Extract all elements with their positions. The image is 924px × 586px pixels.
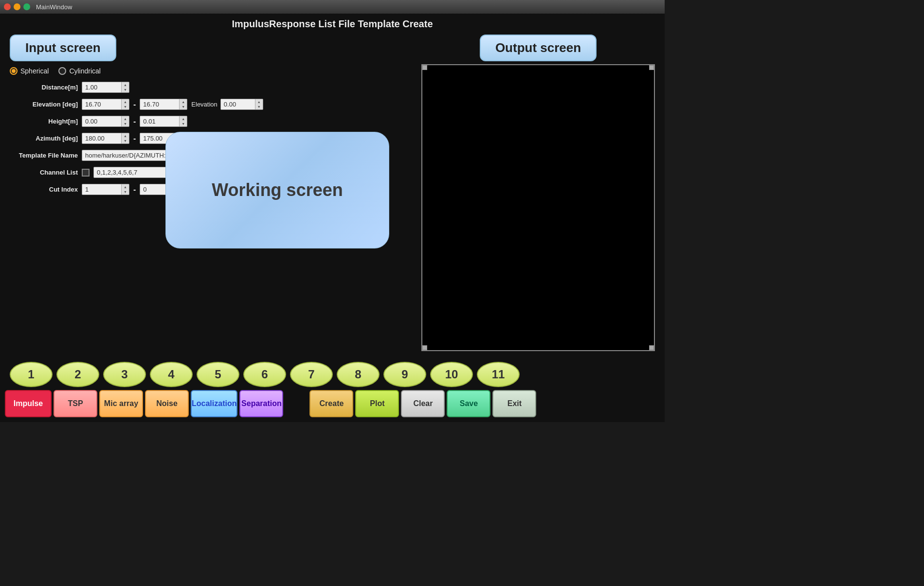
height-dash: - xyxy=(133,117,136,126)
num-button-3[interactable]: 3 xyxy=(103,362,146,387)
azimuth-from-input[interactable] xyxy=(82,133,121,143)
azimuth-from-spinner[interactable]: ▲ ▼ xyxy=(82,133,129,144)
num-button-5[interactable]: 5 xyxy=(197,362,239,387)
number-row: 1 2 3 4 5 6 7 8 9 10 11 xyxy=(5,362,660,387)
right-panel: Output screen xyxy=(421,35,655,351)
height-to-spinner[interactable]: ▲ ▼ xyxy=(140,116,187,127)
close-button[interactable] xyxy=(4,3,11,10)
elevation-right-up-button[interactable]: ▲ xyxy=(255,99,263,105)
elevation-from-up-button[interactable]: ▲ xyxy=(121,99,129,105)
separation-button[interactable]: Separation xyxy=(239,390,283,417)
distance-spinner[interactable]: ▲ ▼ xyxy=(82,82,129,93)
title-bar: MainWindow xyxy=(0,0,665,14)
height-from-down-button[interactable]: ▼ xyxy=(121,122,129,127)
azimuth-from-down-button[interactable]: ▼ xyxy=(121,139,129,144)
height-to-spin-buttons: ▲ ▼ xyxy=(179,116,187,126)
elevation-right-group: Elevation ▲ ▼ xyxy=(191,99,263,110)
height-from-up-button[interactable]: ▲ xyxy=(121,116,129,122)
cut-index-label: Cut Index xyxy=(10,186,78,193)
num-button-8[interactable]: 8 xyxy=(337,362,380,387)
resize-handle-br[interactable] xyxy=(649,345,654,350)
distance-up-button[interactable]: ▲ xyxy=(121,82,129,88)
elevation-to-up-button[interactable]: ▲ xyxy=(179,99,187,105)
elevation-to-input[interactable] xyxy=(140,99,179,109)
distance-row: Distance[m] ▲ ▼ xyxy=(10,82,417,93)
input-screen-label: Input screen xyxy=(10,35,116,61)
exit-button[interactable]: Exit xyxy=(492,390,536,417)
content-area: Input screen Spherical Cylindrical Dista… xyxy=(10,35,655,351)
height-label: Height[m] xyxy=(10,118,78,125)
resize-handle-tr[interactable] xyxy=(649,65,654,70)
output-screen-label: Output screen xyxy=(480,35,597,61)
elevation-right-spinner[interactable]: ▲ ▼ xyxy=(220,99,263,110)
maximize-button[interactable] xyxy=(23,3,30,10)
distance-down-button[interactable]: ▼ xyxy=(121,88,129,93)
elevation-right-input[interactable] xyxy=(221,99,255,109)
cut-index-from-spinner[interactable]: ▲ ▼ xyxy=(82,184,129,195)
num-button-2[interactable]: 2 xyxy=(56,362,99,387)
azimuth-from-spin-buttons: ▲ ▼ xyxy=(121,133,129,143)
resize-handle-tl[interactable] xyxy=(422,65,427,70)
clear-button[interactable]: Clear xyxy=(401,390,445,417)
num-button-4[interactable]: 4 xyxy=(150,362,193,387)
num-button-10[interactable]: 10 xyxy=(430,362,473,387)
cut-index-from-down-button[interactable]: ▼ xyxy=(121,190,129,195)
elevation-to-down-button[interactable]: ▼ xyxy=(179,105,187,110)
num-button-11[interactable]: 11 xyxy=(477,362,520,387)
template-file-label: Template File Name xyxy=(10,152,78,159)
elevation-to-spinner[interactable]: ▲ ▼ xyxy=(140,99,187,110)
radio-cylindrical-circle xyxy=(58,67,66,75)
elevation-from-input[interactable] xyxy=(82,99,121,109)
elevation-from-down-button[interactable]: ▼ xyxy=(121,105,129,110)
elevation-from-spinner[interactable]: ▲ ▼ xyxy=(82,99,129,110)
window-title: MainWindow xyxy=(36,3,72,11)
output-screen-container: Output screen xyxy=(421,35,655,61)
cut-index-from-spin-buttons: ▲ ▼ xyxy=(121,184,129,195)
cut-index-from-up-button[interactable]: ▲ xyxy=(121,184,129,190)
azimuth-from-up-button[interactable]: ▲ xyxy=(121,133,129,139)
localization-button[interactable]: Localization xyxy=(191,390,237,417)
cut-index-dash: - xyxy=(133,185,136,194)
main-container: ImpulusResponse List File Template Creat… xyxy=(0,14,665,422)
elevation-right-down-button[interactable]: ▼ xyxy=(255,105,263,110)
left-panel: Input screen Spherical Cylindrical Dista… xyxy=(10,35,417,351)
height-from-spinner[interactable]: ▲ ▼ xyxy=(82,116,129,127)
app-title: ImpulusResponse List File Template Creat… xyxy=(10,18,655,30)
num-button-7[interactable]: 7 xyxy=(290,362,333,387)
channel-list-checkbox[interactable] xyxy=(82,169,90,177)
distance-input[interactable] xyxy=(82,82,121,92)
height-row: Height[m] ▲ ▼ - ▲ ▼ xyxy=(10,116,417,127)
create-button[interactable]: Create xyxy=(309,390,353,417)
elevation-right-spin-buttons: ▲ ▼ xyxy=(255,99,263,109)
height-to-up-button[interactable]: ▲ xyxy=(179,116,187,122)
radio-cylindrical-label: Cylindrical xyxy=(69,67,101,75)
azimuth-dash: - xyxy=(133,134,136,143)
radio-spherical[interactable]: Spherical xyxy=(10,67,49,75)
channel-list-label: Channel List xyxy=(10,169,78,176)
minimize-button[interactable] xyxy=(14,3,20,10)
elevation-from-spin-buttons: ▲ ▼ xyxy=(121,99,129,109)
resize-handle-bl[interactable] xyxy=(422,345,427,350)
mic-array-button[interactable]: Mic array xyxy=(99,390,143,417)
num-button-1[interactable]: 1 xyxy=(10,362,53,387)
action-row: Impulse TSP Mic array Noise Localization… xyxy=(5,390,660,417)
num-button-6[interactable]: 6 xyxy=(243,362,286,387)
height-to-input[interactable] xyxy=(140,116,179,126)
distance-spin-buttons: ▲ ▼ xyxy=(121,82,129,92)
save-button[interactable]: Save xyxy=(447,390,490,417)
tsp-button[interactable]: TSP xyxy=(54,390,97,417)
cut-index-from-input[interactable] xyxy=(82,184,121,195)
elevation-to-spin-buttons: ▲ ▼ xyxy=(179,99,187,109)
num-button-9[interactable]: 9 xyxy=(383,362,426,387)
height-from-input[interactable] xyxy=(82,116,121,126)
distance-label: Distance[m] xyxy=(10,84,78,91)
impulse-button[interactable]: Impulse xyxy=(5,390,52,417)
radio-spherical-circle xyxy=(10,67,18,75)
plot-button[interactable]: Plot xyxy=(355,390,399,417)
radio-cylindrical[interactable]: Cylindrical xyxy=(58,67,101,75)
noise-button[interactable]: Noise xyxy=(145,390,189,417)
elevation-row: Elevation [deg] ▲ ▼ - ▲ ▼ xyxy=(10,99,417,110)
azimuth-label: Azimuth [deg] xyxy=(10,135,78,142)
radio-row: Spherical Cylindrical xyxy=(10,67,417,75)
height-to-down-button[interactable]: ▼ xyxy=(179,122,187,127)
